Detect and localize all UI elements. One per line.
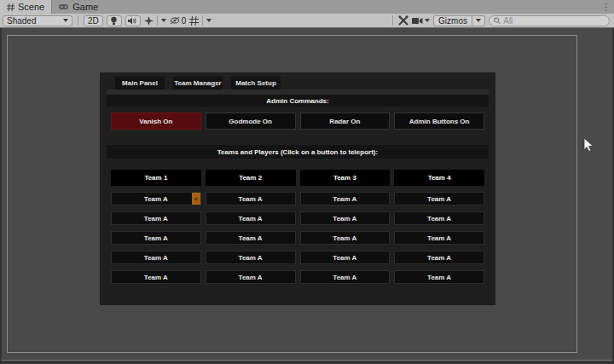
tab-match-setup[interactable]: Match Setup [231, 77, 281, 90]
player-button[interactable]: Team A [111, 231, 201, 245]
player-button[interactable]: Team A [111, 251, 201, 264]
hidden-eye-icon [170, 16, 180, 25]
window-menu-icon[interactable]: ⋮ [601, 1, 611, 13]
tools-icon [398, 15, 408, 26]
player-button[interactable]: Team A [394, 192, 484, 205]
tab-team-manager[interactable]: Team Manager [173, 77, 223, 90]
hidden-count: 0 [182, 16, 187, 26]
search-input[interactable] [503, 16, 605, 26]
tool-settings-button[interactable] [398, 15, 408, 26]
team-1-header[interactable]: Team 1 [111, 170, 201, 186]
tab-game[interactable]: Game [52, 0, 105, 14]
player-button[interactable]: Team A [394, 231, 484, 245]
gizmos-dropdown[interactable]: Gizmos [433, 15, 485, 26]
panel-tabs: Main Panel Team Manager Match Setup [115, 77, 281, 90]
scene-grid-icon [7, 3, 14, 11]
toolbar-divider [202, 15, 203, 26]
player-button[interactable]: Team A [300, 192, 391, 205]
teams-players-header: Teams and Players (Click on a button to … [107, 145, 489, 159]
chevron-down-icon [206, 19, 211, 22]
camera-icon [412, 17, 423, 25]
scene-lighting-button[interactable] [107, 15, 122, 26]
toolbar-divider [157, 15, 158, 26]
godmode-button[interactable]: Godmode On [206, 113, 296, 130]
admin-buttons-toggle[interactable]: Admin Buttons On [394, 113, 484, 130]
scene-search-field[interactable] [489, 15, 610, 26]
grid-icon [189, 16, 199, 26]
tab-main-panel[interactable]: Main Panel [115, 77, 165, 90]
chevron-down-icon [161, 19, 166, 22]
chevron-down-icon [476, 19, 481, 22]
team-3-header[interactable]: Team 3 [300, 170, 391, 186]
toolbar-right-group: Gizmos [391, 15, 611, 26]
draw-mode-dropdown[interactable]: Shaded [3, 15, 72, 26]
game-controller-icon [59, 3, 69, 10]
player-button[interactable]: Team A [111, 270, 201, 284]
player-button[interactable]: Team A [394, 211, 484, 225]
player-button[interactable]: Team A [394, 270, 484, 284]
cursor-arrow-icon [583, 137, 594, 153]
player-button[interactable]: Team A [300, 270, 391, 284]
player-button[interactable]: Team A [300, 231, 391, 245]
toolbar-divider [78, 15, 78, 26]
effects-sparkle-icon [144, 16, 154, 26]
scene-effects-group[interactable] [144, 15, 166, 26]
vanish-button[interactable]: Vanish On [111, 113, 201, 130]
admin-commands-header: Admin Commands: [107, 95, 489, 107]
draw-mode-label: Shaded [7, 16, 36, 26]
radar-button[interactable]: Radar On [300, 113, 391, 130]
gizmos-label: Gizmos [438, 16, 467, 26]
player-button[interactable]: Team A [206, 270, 296, 284]
mouse-cursor [583, 137, 594, 156]
scene-toolbar: Shaded 2D 0 Gizmos [0, 14, 614, 28]
editor-tab-bar: Scene Game ⋮ [0, 0, 614, 14]
speaker-icon [128, 17, 137, 25]
player-button[interactable]: Team A [206, 231, 296, 245]
player-button[interactable]: Team A [206, 192, 296, 205]
toolbar-divider [392, 15, 393, 26]
player-button[interactable]: Team A [300, 251, 391, 264]
tab-scene[interactable]: Scene [0, 0, 52, 14]
search-icon [494, 17, 501, 25]
scene-camera-dropdown[interactable] [412, 17, 430, 25]
tab-scene-label: Scene [18, 2, 44, 12]
player-button[interactable]: Team A [111, 211, 201, 225]
game-ui-panel: Main Panel Team Manager Match Setup Admi… [100, 72, 495, 305]
tab-game-label: Game [72, 2, 98, 12]
toggle-2d-button[interactable]: 2D [84, 15, 103, 26]
admin-buttons-row: Vanish On Godmode On Radar On Admin Butt… [111, 113, 484, 130]
scene-audio-button[interactable] [125, 15, 141, 26]
player-button[interactable]: Team A< [111, 192, 201, 205]
lightbulb-icon [110, 16, 118, 26]
selection-marker: < [192, 193, 200, 205]
grid-visibility-group[interactable] [189, 15, 211, 26]
player-button[interactable]: Team A [394, 251, 484, 264]
player-button[interactable]: Team A [206, 251, 296, 264]
scene-visibility-toggle[interactable]: 0 [170, 16, 187, 26]
chevron-down-icon [425, 19, 430, 22]
chevron-down-icon [63, 19, 68, 22]
player-button[interactable]: Team A [206, 211, 296, 225]
player-button[interactable]: Team A [300, 211, 391, 225]
player-button-label: Team A [144, 195, 168, 203]
scene-viewport[interactable]: Main Panel Team Manager Match Setup Admi… [2, 28, 612, 361]
team-2-header[interactable]: Team 2 [206, 170, 296, 186]
teams-grid: Team 1 Team 2 Team 3 Team 4 Team A< Team… [111, 170, 484, 284]
team-4-header[interactable]: Team 4 [394, 170, 484, 186]
